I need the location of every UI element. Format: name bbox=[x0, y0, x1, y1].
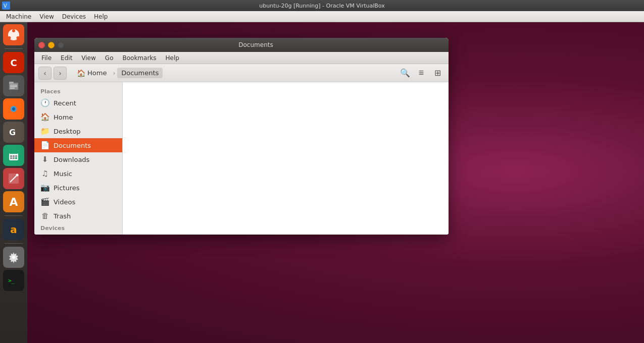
svg-rect-21 bbox=[13, 157, 15, 159]
pictures-icon: 📷 bbox=[40, 183, 49, 192]
svg-rect-18 bbox=[13, 155, 15, 157]
virtualbox-titlebar: V ubuntu-20g [Running] - Oracle VM Virtu… bbox=[0, 0, 644, 11]
nautilus-menu-file[interactable]: File bbox=[37, 53, 56, 63]
sidebar-item-desktop[interactable]: 📁 Desktop bbox=[34, 124, 122, 138]
home-icon: 🏠 bbox=[77, 69, 85, 77]
taskbar: C G bbox=[0, 22, 27, 343]
breadcrumb-documents[interactable]: Documents bbox=[117, 68, 163, 78]
svg-rect-22 bbox=[15, 157, 17, 159]
taskbar-icon-amazon[interactable]: a bbox=[3, 219, 24, 240]
documents-icon: 📄 bbox=[40, 141, 49, 150]
taskbar-icon-firefox[interactable] bbox=[3, 98, 24, 120]
documents-label: Documents bbox=[54, 142, 91, 149]
breadcrumb-home[interactable]: 🏠 Home bbox=[73, 68, 111, 79]
pictures-label: Pictures bbox=[54, 184, 79, 192]
grid-view-button[interactable]: ⊞ bbox=[430, 66, 444, 80]
svg-text:G: G bbox=[9, 128, 16, 137]
vbox-menu-machine[interactable]: Machine bbox=[2, 12, 35, 21]
sidebar-item-music[interactable]: ♫ Music bbox=[34, 166, 122, 181]
sidebar-item-videos[interactable]: 🎬 Videos bbox=[34, 195, 122, 209]
toolbar: ‹ › 🏠 Home › Documents 🔍 ≡ ⊞ bbox=[34, 64, 449, 82]
taskbar-icon-calc[interactable] bbox=[3, 145, 24, 166]
sidebar-item-recent[interactable]: 🕐 Recent bbox=[34, 96, 122, 110]
taskbar-divider-2 bbox=[5, 215, 23, 216]
window-close-button[interactable] bbox=[38, 42, 45, 48]
svg-text:>_: >_ bbox=[8, 277, 15, 284]
recent-label: Recent bbox=[54, 99, 76, 107]
nautilus-menu-help[interactable]: Help bbox=[162, 53, 183, 63]
file-pane[interactable] bbox=[123, 82, 449, 235]
nautilus-menu-edit[interactable]: Edit bbox=[57, 53, 76, 63]
sidebar: Places 🕐 Recent 🏠 Home 📁 Desktop 📄 Docum… bbox=[34, 82, 123, 235]
places-section-label: Places bbox=[34, 86, 122, 96]
home-label: Home bbox=[87, 69, 107, 77]
grid-view-icon: ⊞ bbox=[434, 68, 441, 78]
window-minimize-button[interactable] bbox=[48, 42, 55, 48]
window-titlebar: Documents bbox=[34, 38, 449, 52]
search-icon: 🔍 bbox=[400, 68, 410, 78]
vbox-menu-view[interactable]: View bbox=[35, 12, 58, 21]
virtualbox-title-text: ubuntu-20g [Running] - Oracle VM Virtual… bbox=[259, 3, 384, 9]
sidebar-item-vboxadditions[interactable]: 💿 VBOXADDITIO... ⏏ bbox=[34, 233, 122, 235]
breadcrumb-separator: › bbox=[113, 70, 115, 77]
taskbar-icon-terminal[interactable]: >_ bbox=[3, 270, 24, 291]
svg-rect-20 bbox=[10, 157, 12, 159]
sidebar-item-downloads[interactable]: ⬇ Downloads bbox=[34, 152, 122, 166]
home-sidebar-icon: 🏠 bbox=[40, 112, 49, 122]
taskbar-icon-texteditor[interactable]: A bbox=[3, 191, 24, 212]
taskbar-icon-settings[interactable] bbox=[3, 247, 24, 268]
documents-label: Documents bbox=[121, 69, 159, 77]
forward-button[interactable]: › bbox=[54, 67, 67, 80]
virtualbox-menubar: Machine View Devices Help bbox=[0, 11, 644, 22]
taskbar-icon-clamav[interactable]: C bbox=[3, 52, 24, 73]
window-maximize-button[interactable] bbox=[58, 42, 64, 48]
sidebar-item-pictures[interactable]: 📷 Pictures bbox=[34, 181, 122, 195]
downloads-label: Downloads bbox=[54, 156, 89, 163]
virtualbox-icon: V bbox=[2, 2, 10, 10]
svg-rect-17 bbox=[10, 155, 12, 157]
vbox-menu-devices[interactable]: Devices bbox=[58, 12, 90, 21]
list-view-button[interactable]: ≡ bbox=[414, 66, 428, 80]
window-title-text: Documents bbox=[67, 41, 444, 48]
recent-icon: 🕐 bbox=[40, 98, 49, 107]
trash-icon: 🗑 bbox=[40, 211, 49, 220]
svg-point-3 bbox=[12, 29, 15, 32]
svg-point-13 bbox=[12, 107, 15, 110]
search-button[interactable]: 🔍 bbox=[398, 66, 412, 80]
back-icon: ‹ bbox=[43, 69, 46, 77]
trash-label: Trash bbox=[54, 212, 71, 220]
desktop-label: Desktop bbox=[54, 128, 81, 135]
forward-icon: › bbox=[59, 69, 62, 77]
nautilus-menu-go[interactable]: Go bbox=[101, 53, 118, 63]
taskbar-icon-ubuntu[interactable] bbox=[3, 24, 24, 45]
music-label: Music bbox=[54, 170, 72, 178]
nautilus-menu-view[interactable]: View bbox=[77, 53, 100, 63]
nautilus-menu-bookmarks[interactable]: Bookmarks bbox=[118, 53, 160, 63]
nautilus-menubar: File Edit View Go Bookmarks Help bbox=[34, 52, 449, 64]
taskbar-icon-files[interactable] bbox=[3, 75, 24, 96]
breadcrumb: 🏠 Home › Documents bbox=[69, 68, 396, 79]
videos-icon: 🎬 bbox=[40, 197, 49, 206]
home-label: Home bbox=[54, 113, 73, 121]
toolbar-actions: 🔍 ≡ ⊞ bbox=[398, 66, 444, 80]
svg-point-4 bbox=[8, 36, 11, 39]
sidebar-item-trash[interactable]: 🗑 Trash bbox=[34, 209, 122, 223]
vbox-menu-help[interactable]: Help bbox=[90, 12, 112, 21]
svg-text:V: V bbox=[4, 3, 7, 9]
taskbar-divider-1 bbox=[5, 48, 23, 49]
svg-rect-19 bbox=[15, 155, 17, 157]
devices-section-label: Devices bbox=[34, 223, 122, 233]
back-button[interactable]: ‹ bbox=[38, 67, 52, 80]
sidebar-item-documents[interactable]: 📄 Documents bbox=[34, 138, 122, 152]
list-view-icon: ≡ bbox=[419, 68, 424, 78]
music-icon: ♫ bbox=[40, 169, 49, 178]
file-manager-window: Documents File Edit View Go Bookmarks He… bbox=[34, 38, 449, 235]
sidebar-item-home[interactable]: 🏠 Home bbox=[34, 110, 122, 124]
taskbar-icon-draw[interactable] bbox=[3, 168, 24, 189]
videos-label: Videos bbox=[54, 198, 75, 206]
svg-rect-16 bbox=[9, 150, 18, 154]
svg-rect-10 bbox=[10, 88, 15, 89]
taskbar-icon-gimp[interactable]: G bbox=[3, 122, 24, 143]
svg-point-5 bbox=[17, 36, 20, 39]
svg-rect-7 bbox=[9, 82, 14, 84]
